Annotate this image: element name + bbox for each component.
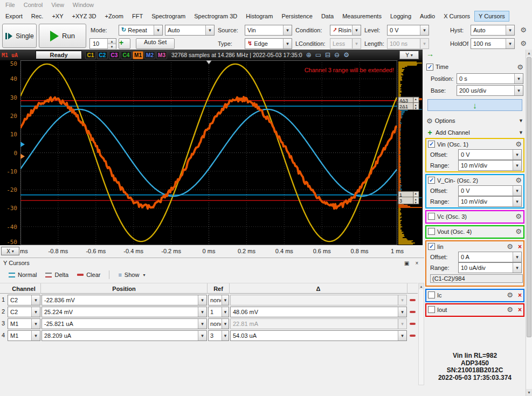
select-rect-icon[interactable]: ▭ — [315, 51, 321, 59]
channel-chip-m3[interactable]: M3 — [156, 51, 167, 59]
channel-chip-c3[interactable]: C3 — [109, 51, 120, 59]
delta-cursor-button[interactable]: Delta — [41, 269, 73, 281]
hyst-combo[interactable]: Auto — [471, 25, 515, 36]
vin-range-combo[interactable]: 10 mV/div — [458, 160, 522, 171]
ic-checkbox[interactable] — [428, 291, 435, 298]
iin-checkbox[interactable] — [428, 243, 435, 250]
row3-channel-combo[interactable]: M1 — [8, 318, 40, 329]
row1-position-combo[interactable]: -22.836 mV — [42, 295, 207, 305]
row3-position-combo[interactable]: -25.821 uA — [42, 318, 207, 329]
float-panel-icon[interactable]: ▣ — [402, 259, 411, 267]
clear-cursors-button[interactable]: Clear — [73, 269, 105, 281]
scroll-up-arrow[interactable]: ▲ — [419, 283, 424, 289]
spinner-arrows[interactable]: ▴▾ — [107, 39, 116, 48]
iin-remove-icon[interactable]: × — [518, 243, 522, 251]
panel-scrollbar[interactable]: ▲ ▼ — [526, 50, 532, 396]
vin-offset-combo[interactable]: 0 V — [458, 149, 522, 160]
acquisition-settings-gear-icon[interactable]: ⚙ — [517, 39, 530, 47]
remove-cursor-button[interactable] — [408, 296, 417, 303]
single-button[interactable]: Single — [2, 24, 37, 48]
zoom-horizontal-icon[interactable]: ⊟ — [325, 51, 330, 59]
time-gear-icon[interactable]: ⚙ — [517, 63, 523, 71]
oscilloscope-plot[interactable]: Channel 3 range will be extended!4Δ3▲▼2Δ… — [0, 60, 423, 245]
remove-cursor-button[interactable] — [408, 320, 417, 327]
view-tab-export[interactable]: Export — [1, 11, 27, 22]
vout-checkbox[interactable] — [428, 228, 435, 235]
menu-window[interactable]: Window — [68, 1, 98, 9]
scroll-down-arrow[interactable]: ▼ — [526, 389, 532, 396]
iin-offset-combo[interactable]: 0 A — [458, 252, 522, 262]
vcin-range-combo[interactable]: 10 mV/div — [458, 196, 522, 207]
trigger-settings-gear-icon[interactable]: ⚙ — [517, 26, 530, 34]
collapse-panel-arrow-icon[interactable]: → — [426, 50, 434, 58]
channel-chip-m2[interactable]: M2 — [144, 51, 155, 59]
view-tab-spectrogram[interactable]: Spectrogram — [147, 11, 190, 22]
table-scrollbar[interactable]: ▲ — [418, 283, 424, 385]
view-tab-audio[interactable]: Audio — [416, 11, 439, 22]
time-position-combo[interactable]: 0 s — [457, 73, 523, 84]
row4-channel-combo[interactable]: M1 — [8, 330, 40, 341]
menu-view[interactable]: View — [47, 1, 68, 9]
row3-ref-combo[interactable]: none — [208, 318, 229, 329]
add-acquisition-button[interactable]: + — [119, 38, 130, 49]
view-tab-measurements[interactable]: Measurements — [338, 11, 386, 22]
channel-chip-m1[interactable]: M1 — [133, 51, 143, 59]
x-axis-selector[interactable]: X▾ — [1, 247, 19, 255]
vin-checkbox[interactable] — [428, 141, 435, 148]
remove-cursor-button[interactable] — [408, 332, 417, 339]
y-axis-selector[interactable]: Y▾ — [399, 51, 419, 59]
remove-cursor-button[interactable] — [408, 308, 417, 315]
autoset-button[interactable]: Auto Set — [136, 38, 175, 49]
iout-gear-icon[interactable]: ⚙ — [507, 305, 513, 314]
row2-delta-combo[interactable]: 48.06 mV — [230, 307, 407, 317]
channel-chip-c4[interactable]: C4 — [121, 51, 132, 59]
vin-gear-icon[interactable]: ⚙ — [515, 140, 522, 148]
row2-position-combo[interactable]: 25.224 mV — [42, 307, 207, 317]
row1-channel-combo[interactable]: C2 — [8, 295, 40, 305]
ic-remove-icon[interactable]: × — [518, 291, 522, 299]
row4-ref-combo[interactable]: 3 — [208, 330, 229, 341]
acquisition-combo[interactable]: Auto — [165, 25, 215, 36]
view-tab-persistence[interactable]: Persistence — [277, 11, 316, 22]
view-tab-data[interactable]: Data — [317, 11, 338, 22]
view-tab-fft[interactable]: FFT — [128, 11, 147, 22]
view-tab-x-cursors[interactable]: X Cursors — [439, 11, 474, 22]
ic-gear-icon[interactable]: ⚙ — [507, 291, 513, 299]
iin-gear-icon[interactable]: ⚙ — [507, 242, 513, 251]
length-combo[interactable]: 100 ns — [387, 38, 429, 49]
view-tab-y-cursors[interactable]: Y Cursors — [474, 11, 509, 22]
scroll-up-arrow[interactable]: ▲ — [526, 50, 532, 57]
type-combo[interactable]: ↯Edge — [245, 38, 292, 49]
source-combo[interactable]: Vin — [245, 25, 292, 36]
drop-zone[interactable]: ↓ — [427, 99, 522, 111]
time-base-combo[interactable]: 200 us/div — [457, 85, 523, 96]
vc-checkbox[interactable] — [428, 213, 435, 220]
channel-chip-c2[interactable]: C2 — [97, 51, 108, 59]
vcin-checkbox[interactable] — [428, 177, 435, 184]
menu-control[interactable]: Control — [19, 1, 47, 9]
options-row[interactable]: ⚙ Options ▼ — [426, 115, 523, 126]
plot-settings-gear-icon[interactable]: ⚙ — [343, 51, 349, 59]
vout-gear-icon[interactable]: ⚙ — [515, 227, 522, 235]
row1-ref-combo[interactable]: none — [208, 295, 229, 305]
view-tab-spectrogram-3d[interactable]: Spectrogram 3D — [190, 11, 241, 22]
vcin-gear-icon[interactable]: ⚙ — [515, 176, 522, 184]
menu-file[interactable]: File — [1, 1, 19, 9]
row4-delta-combo[interactable]: 54.03 uA — [230, 330, 407, 341]
waveform-canvas[interactable]: Channel 3 range will be extended!4Δ3▲▼2Δ… — [0, 60, 423, 245]
view-tab--xy[interactable]: +XY — [47, 11, 67, 22]
iin-range-combo[interactable]: 10 uA/div — [458, 262, 522, 273]
zoom-out-icon[interactable]: ⊖ — [334, 51, 340, 59]
view-tab--xyz-3d[interactable]: +XYZ 3D — [68, 11, 101, 22]
view-tab-rec-[interactable]: Rec. — [27, 11, 48, 22]
lcondition-combo[interactable]: Less — [330, 38, 361, 49]
row4-position-combo[interactable]: 28.209 uA — [42, 330, 207, 341]
normal-cursor-button[interactable]: Normal — [4, 269, 41, 281]
buffer-spinner[interactable]: 10 ▴▾ — [89, 38, 116, 49]
level-combo[interactable]: 0 V — [387, 25, 429, 36]
mode-combo[interactable]: ↻Repeat — [119, 25, 163, 36]
view-tab--zoom[interactable]: +Zoom — [100, 11, 128, 22]
run-button[interactable]: Run — [39, 24, 86, 48]
view-tab-histogram[interactable]: Histogram — [241, 11, 277, 22]
close-panel-icon[interactable]: × — [412, 259, 422, 267]
